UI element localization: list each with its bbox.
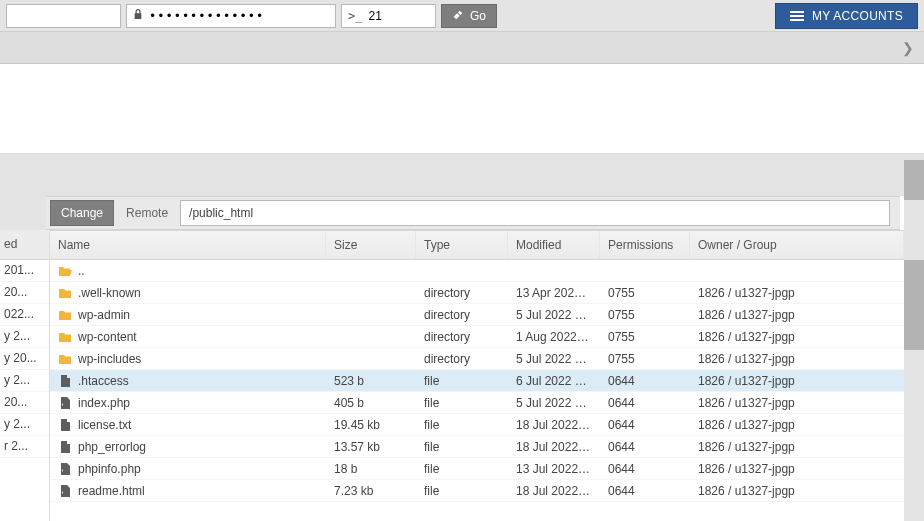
connect-button[interactable]: Go (441, 4, 497, 28)
list-item[interactable]: y 20... (0, 348, 49, 370)
cell-name: wp-content (50, 327, 326, 347)
file-name: readme.html (78, 484, 145, 498)
list-item[interactable]: r 2... (0, 436, 49, 458)
table-row[interactable]: php_errorlog 13.57 kb file 18 Jul 2022 1… (50, 436, 904, 458)
list-item[interactable]: 20... (0, 392, 49, 414)
password-input[interactable] (149, 5, 329, 27)
file-name: wp-admin (78, 308, 130, 322)
cell-size: 7.23 kb (326, 481, 416, 501)
menu-icon (790, 9, 804, 23)
cell-name: .htaccess (50, 371, 326, 391)
list-item[interactable]: 201... (0, 260, 49, 282)
table-row[interactable]: wp-includes directory 5 Jul 2022 22:... … (50, 348, 904, 370)
cell-name: readme.html (50, 481, 326, 501)
cell-permissions: 0644 (600, 481, 690, 501)
local-pane-partial: ed 201... 20...022...y 2...y 20...y 2...… (0, 230, 50, 521)
cell-permissions: 0644 (600, 371, 690, 391)
scrollbar-thumb[interactable] (904, 260, 924, 350)
chevron-right-icon[interactable]: ❯ (902, 40, 914, 56)
breadcrumb-strip: ❯ (0, 32, 924, 64)
cell-owner: 1826 / u1327-jpgp (690, 393, 904, 413)
table-row[interactable]: .. (50, 260, 904, 282)
cell-modified: 18 Jul 2022 2... (508, 481, 600, 501)
cell-size (326, 312, 416, 318)
cell-permissions: 0644 (600, 459, 690, 479)
file-name: license.txt (78, 418, 131, 432)
cell-name: license.txt (50, 415, 326, 435)
table-row[interactable]: phpinfo.php 18 b file 13 Jul 2022 1... 0… (50, 458, 904, 480)
host-field-group (6, 4, 121, 28)
list-item[interactable]: y 2... (0, 370, 49, 392)
col-size[interactable]: Size (326, 231, 416, 259)
remote-pane: Change Remote Name Size Type Modified Pe… (50, 196, 904, 521)
file-name: wp-content (78, 330, 137, 344)
cell-size (326, 334, 416, 340)
cell-name: wp-includes (50, 349, 326, 369)
cell-permissions: 0755 (600, 327, 690, 347)
cell-permissions: 0644 (600, 393, 690, 413)
port-input[interactable] (368, 5, 429, 27)
host-input[interactable] (13, 5, 114, 27)
cell-owner: 1826 / u1327-jpgp (690, 459, 904, 479)
cell-permissions: 0644 (600, 415, 690, 435)
table-row[interactable]: wp-content directory 1 Aug 2022 1... 075… (50, 326, 904, 348)
password-field-group (126, 4, 336, 28)
cell-name: wp-admin (50, 305, 326, 325)
table-row[interactable]: license.txt 19.45 kb file 18 Jul 2022 2.… (50, 414, 904, 436)
cell-modified: 5 Jul 2022 22:... (508, 349, 600, 369)
cell-owner: 1826 / u1327-jpgp (690, 371, 904, 391)
file-icon (58, 440, 72, 454)
table-row[interactable]: .htaccess 523 b file 6 Jul 2022 16:... 0… (50, 370, 904, 392)
file-table-body: .. .well-known directory 13 Apr 2022 ...… (50, 260, 904, 502)
table-row[interactable]: readme.html 7.23 kb file 18 Jul 2022 2..… (50, 480, 904, 502)
file-name: .well-known (78, 286, 141, 300)
cell-type: file (416, 459, 508, 479)
cell-owner: 1826 / u1327-jpgp (690, 327, 904, 347)
file-icon (58, 418, 72, 432)
table-row[interactable]: index.php 405 b file 5 Jul 2022 22:... 0… (50, 392, 904, 414)
table-row[interactable]: wp-admin directory 5 Jul 2022 22:... 075… (50, 304, 904, 326)
cell-owner: 1826 / u1327-jpgp (690, 283, 904, 303)
col-name[interactable]: Name (50, 231, 326, 259)
file-name: .htaccess (78, 374, 129, 388)
col-type[interactable]: Type (416, 231, 508, 259)
list-item[interactable]: y 2... (0, 414, 49, 436)
file-code-icon (58, 484, 72, 498)
table-row[interactable]: .well-known directory 13 Apr 2022 ... 07… (50, 282, 904, 304)
cell-type: directory (416, 283, 508, 303)
cell-size: 523 b (326, 371, 416, 391)
col-modified[interactable]: Modified (508, 231, 600, 259)
list-item[interactable]: 20... (0, 282, 49, 304)
scrollbar-thumb[interactable] (904, 160, 924, 200)
local-column-header[interactable]: ed (0, 230, 49, 260)
cell-modified: 18 Jul 2022 1... (508, 437, 600, 457)
cell-type: file (416, 371, 508, 391)
cell-size: 18 b (326, 459, 416, 479)
cell-size (326, 268, 416, 274)
list-item[interactable]: 022... (0, 304, 49, 326)
cell-size: 13.57 kb (326, 437, 416, 457)
cell-owner (690, 268, 904, 274)
col-owner[interactable]: Owner / Group (690, 231, 904, 259)
cell-size (326, 356, 416, 362)
cell-name: php_errorlog (50, 437, 326, 457)
cell-size: 405 b (326, 393, 416, 413)
cell-owner: 1826 / u1327-jpgp (690, 437, 904, 457)
list-item[interactable]: y 2... (0, 326, 49, 348)
cell-modified (508, 268, 600, 274)
cell-modified: 5 Jul 2022 22:... (508, 393, 600, 413)
cell-permissions: 0755 (600, 349, 690, 369)
my-accounts-button[interactable]: MY ACCOUNTS (775, 3, 918, 29)
cell-name: .well-known (50, 283, 326, 303)
cell-permissions: 0755 (600, 283, 690, 303)
change-button[interactable]: Change (50, 200, 114, 226)
cell-modified: 13 Jul 2022 1... (508, 459, 600, 479)
port-field-group: >_ (341, 4, 436, 28)
col-permissions[interactable]: Permissions (600, 231, 690, 259)
remote-path-input[interactable] (180, 200, 890, 226)
cell-type (416, 268, 508, 274)
cell-owner: 1826 / u1327-jpgp (690, 415, 904, 435)
file-name: phpinfo.php (78, 462, 141, 476)
cell-size (326, 290, 416, 296)
cell-owner: 1826 / u1327-jpgp (690, 481, 904, 501)
